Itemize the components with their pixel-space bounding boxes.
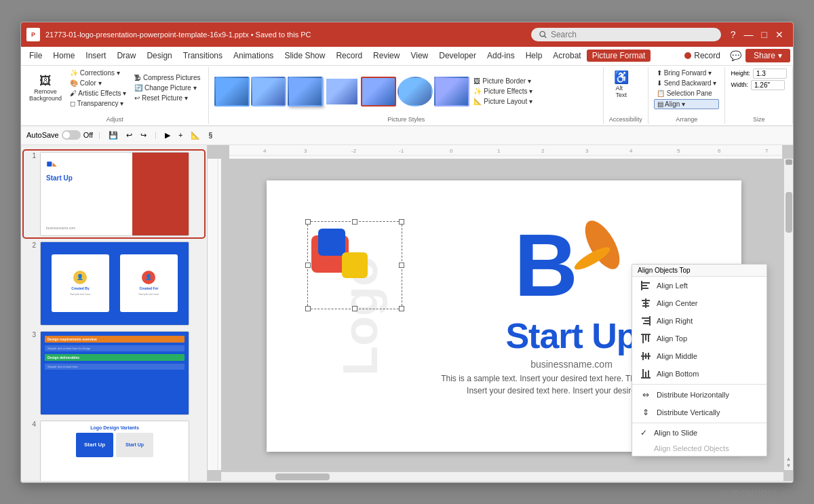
slide-thumb-1[interactable]: 1 Start Up businessname.com [24,151,204,237]
canvas-url: businessname.com [530,359,613,370]
menu-design[interactable]: Design [141,50,177,62]
picture-layout-button[interactable]: 📐 Picture Layout ▾ [471,97,535,106]
align-dropdown-menu: Align Objects Top Align Left Align Cente… [632,264,767,457]
help-icon-button[interactable]: ? [726,28,740,41]
record-button[interactable]: Record [679,50,726,62]
present-button[interactable]: ▶ [162,130,173,140]
search-bar[interactable] [531,28,721,41]
align-to-slide-item[interactable]: ✓ Align to Slide [632,425,767,441]
picture-style-1[interactable] [214,77,250,106]
slide-panel: 1 Start Up businessname.com [21,145,208,481]
minimize-button[interactable]: — [740,28,758,41]
align-to-slide-label: Align to Slide [654,429,697,437]
slide-thumb-3[interactable]: 3 Design requirements overview Sample te… [24,330,204,416]
accessibility-group-label: Accessibility [609,115,642,123]
save-button[interactable]: 💾 [106,130,121,140]
slide-thumb-2[interactable]: 2 👤 Created By Sample text here 👤 Create… [24,240,204,327]
maximize-button[interactable]: □ [758,28,771,41]
svg-rect-22 [318,229,345,256]
redo-button[interactable]: ↪ [138,130,149,140]
width-input[interactable] [751,80,785,90]
handle-bottom-center[interactable] [352,306,357,311]
scroll-down-btn[interactable]: ▼ [786,463,792,469]
picture-style-7[interactable] [434,77,469,106]
menu-draw[interactable]: Draw [111,50,141,62]
align-right-item[interactable]: Align Right [632,312,767,330]
handle-middle-left[interactable] [305,263,311,268]
layout-button[interactable]: 📐 [188,130,203,140]
align-button[interactable]: ▤ Align ▾ [654,99,720,109]
share-button[interactable]: Share ▾ [745,49,790,62]
align-center-item[interactable]: Align Center [632,294,767,312]
transparency-button[interactable]: ◻ Transparency ▾ [67,99,129,108]
menu-addins[interactable]: Add-ins [482,50,520,62]
artistic-effects-button[interactable]: 🖌 Artistic Effects ▾ [67,89,129,98]
picture-style-4[interactable] [324,77,360,106]
slide-thumb-4[interactable]: 4 Logo Design Variants Start Up Start Up [24,419,204,481]
svg-rect-43 [648,335,649,342]
handle-top-left[interactable] [305,219,311,225]
menu-developer[interactable]: Developer [433,50,482,62]
menu-view[interactable]: View [405,50,433,62]
bring-forward-button[interactable]: ⬆ Bring Forward ▾ [654,69,720,77]
distribute-horizontally-item[interactable]: ⇔ Distribute Horizontally [632,386,767,404]
picture-style-5[interactable] [361,77,396,106]
vertical-scrollbar[interactable]: ▲ ▼ [783,159,793,470]
distribute-h-icon: ⇔ [640,389,651,400]
menu-insert[interactable]: Insert [80,50,111,62]
close-button[interactable]: ✕ [771,28,788,41]
picture-effects-button[interactable]: ✨ Picture Effects ▾ [471,87,535,96]
search-input[interactable] [551,30,713,39]
picture-style-6[interactable] [398,77,433,106]
height-label: Height: [731,70,750,77]
menu-acrobat[interactable]: Acrobat [547,50,586,62]
handle-bottom-right[interactable] [399,306,404,311]
align-middle-item[interactable]: Align Middle [632,347,767,365]
menu-animations[interactable]: Animations [228,50,279,62]
align-bottom-item[interactable]: Align Bottom [632,365,767,383]
autosave-switch[interactable] [62,130,81,140]
alt-text-button[interactable]: ♿ AltText [609,69,634,100]
reset-picture-button[interactable]: ↩ Reset Picture ▾ [132,94,203,102]
handle-top-right[interactable] [399,219,404,225]
picture-style-2[interactable] [251,77,286,106]
svg-text:3: 3 [304,148,307,154]
handle-top-center[interactable] [352,219,357,225]
scroll-up-btn[interactable]: ▲ [786,456,792,462]
compress-pictures-button[interactable]: 🗜 Compress Pictures [132,73,203,82]
status-bar: Slide 1 of 10 ℹ English (United States) … [21,481,793,483]
menu-help[interactable]: Help [520,50,548,62]
handle-middle-right[interactable] [399,263,404,268]
menu-review[interactable]: Review [368,50,405,62]
horizontal-scrollbar[interactable] [221,471,783,481]
selection-pane-button[interactable]: 📋 Selection Pane [654,89,720,98]
autosave-label: AutoSave [26,131,59,139]
undo-button[interactable]: ↩ [123,130,135,140]
picture-styles-row [214,77,469,106]
svg-text:4: 4 [629,148,633,154]
menu-record[interactable]: Record [330,50,368,62]
autosave-toggle[interactable]: AutoSave Off [26,130,93,140]
distribute-vertically-item[interactable]: ⇕ Distribute Vertically [632,404,767,421]
corrections-button[interactable]: ✨ Corrections ▾ [67,69,129,77]
menu-transitions[interactable]: Transitions [178,50,228,62]
height-input[interactable] [753,69,787,79]
new-slide-button[interactable]: + [176,130,185,140]
picture-border-button[interactable]: 🖼 Picture Border ▾ [471,77,535,85]
change-picture-button[interactable]: 🔄 Change Picture ▾ [132,83,203,92]
comments-button[interactable]: 💬 [726,49,745,62]
align-selected-label: Align Selected Objects [654,444,729,452]
menu-file[interactable]: File [24,50,47,62]
section-button[interactable]: § [206,130,215,140]
align-top-item[interactable]: Align Top [632,330,767,347]
selected-object[interactable] [307,221,402,309]
align-left-item[interactable]: Align Left [632,277,767,294]
menu-slideshow[interactable]: Slide Show [279,50,330,62]
menu-home[interactable]: Home [47,50,80,62]
handle-bottom-left[interactable] [305,306,311,311]
menu-picture-format[interactable]: Picture Format [587,50,651,62]
picture-style-3[interactable] [288,77,323,106]
remove-background-button[interactable]: 🖼 RemoveBackground [26,73,64,103]
send-backward-button[interactable]: ⬇ Send Backward ▾ [654,79,720,88]
color-button[interactable]: 🎨 Color ▾ [67,79,129,88]
